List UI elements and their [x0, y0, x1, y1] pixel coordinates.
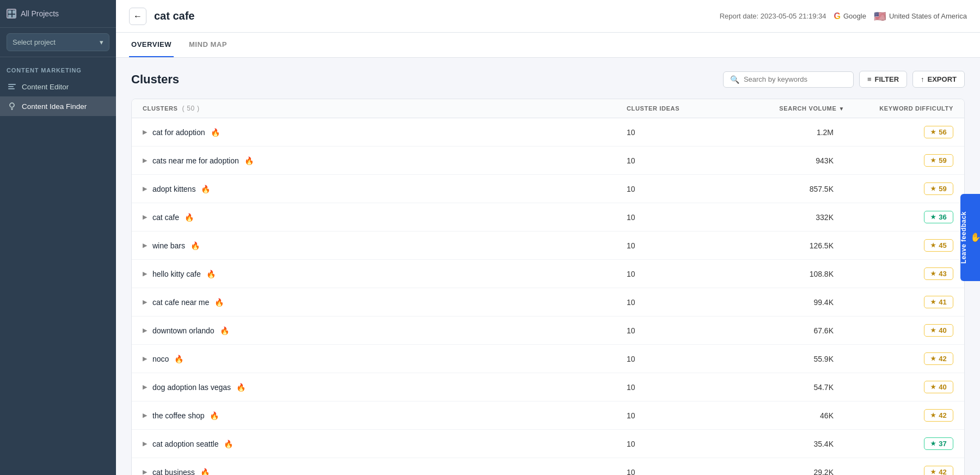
cluster-cell: ▶ noco 🔥 — [143, 355, 627, 363]
ideas-cell: 10 — [627, 241, 725, 250]
region-badge: 🇺🇸 United States of America — [874, 10, 967, 22]
star-icon: ★ — [930, 270, 936, 277]
clusters-actions: 🔍 ≡ FILTER ↑ EXPORT — [723, 71, 965, 88]
idea-finder-icon — [8, 102, 16, 111]
difficulty-cell: ★ 40 — [844, 324, 953, 337]
difficulty-cell: ★ 42 — [844, 409, 953, 422]
cluster-cell: ▶ dog adoption las vegas 🔥 — [143, 383, 627, 392]
chevron-right-icon: ▶ — [143, 327, 147, 334]
region-label: United States of America — [889, 12, 967, 20]
difficulty-cell: ★ 45 — [844, 239, 953, 252]
table-row[interactable]: ▶ cat cafe near me 🔥 10 99.4K ★ 41 — [132, 288, 964, 316]
ideas-cell: 10 — [627, 213, 725, 222]
project-select-wrapper: Select project ▾ — [0, 28, 116, 57]
table-row[interactable]: ▶ cat adoption seattle 🔥 10 35.4K ★ 37 — [132, 430, 964, 458]
feedback-tab[interactable]: ✋ Leave feedback — [960, 194, 980, 281]
project-select-dropdown[interactable]: Select project ▾ — [7, 33, 109, 51]
table-row[interactable]: ▶ adopt kittens 🔥 10 857.5K ★ 59 — [132, 175, 964, 203]
star-icon: ★ — [930, 214, 936, 221]
svg-rect-1 — [13, 10, 16, 14]
clusters-header: Clusters 🔍 ≡ FILTER ↑ EXPORT — [131, 71, 965, 88]
export-button[interactable]: ↑ EXPORT — [912, 71, 965, 88]
us-flag-icon: 🇺🇸 — [874, 10, 886, 22]
sidebar-item-content-editor[interactable]: Content Editor — [0, 77, 116, 96]
table-row[interactable]: ▶ cats near me for adoption 🔥 10 943K ★ … — [132, 147, 964, 175]
table-row[interactable]: ▶ noco 🔥 10 55.9K ★ 42 — [132, 345, 964, 373]
chevron-right-icon: ▶ — [143, 185, 147, 192]
ideas-cell: 10 — [627, 383, 725, 392]
table-row[interactable]: ▶ dog adoption las vegas 🔥 10 54.7K ★ 40 — [132, 373, 964, 401]
tabs-bar: OVERVIEW MIND MAP — [116, 33, 980, 58]
difficulty-cell: ★ 37 — [844, 437, 953, 450]
difficulty-cell: ★ 43 — [844, 267, 953, 280]
col-difficulty: KEYWORD DIFFICULTY — [844, 105, 953, 112]
difficulty-badge: ★ 40 — [924, 324, 953, 337]
sidebar-section-label: CONTENT MARKETING — [0, 57, 116, 77]
star-icon: ★ — [930, 185, 936, 192]
difficulty-cell: ★ 41 — [844, 296, 953, 308]
tab-mind-map[interactable]: MIND MAP — [187, 33, 229, 57]
table-row[interactable]: ▶ the coffee shop 🔥 10 46K ★ 42 — [132, 401, 964, 430]
header-left: ← cat cafe — [129, 8, 195, 25]
difficulty-badge: ★ 42 — [924, 352, 953, 365]
cluster-cell: ▶ cat adoption seattle 🔥 — [143, 440, 627, 448]
trending-fire-icon: 🔥 — [244, 156, 254, 165]
tab-overview[interactable]: OVERVIEW — [129, 33, 174, 57]
all-projects-label: All Projects — [21, 9, 59, 18]
svg-rect-2 — [8, 15, 11, 18]
all-projects-nav[interactable]: All Projects — [0, 0, 116, 28]
trending-fire-icon: 🔥 — [215, 298, 224, 307]
volume-cell: 54.7K — [725, 383, 844, 392]
table-row[interactable]: ▶ cat cafe 🔥 10 332K ★ 36 — [132, 203, 964, 232]
difficulty-cell: ★ 59 — [844, 154, 953, 167]
difficulty-cell: ★ 42 — [844, 466, 953, 475]
volume-cell: 332K — [725, 213, 844, 222]
search-input[interactable] — [744, 75, 847, 83]
chevron-right-icon: ▶ — [143, 468, 147, 475]
col-volume[interactable]: SEARCH VOLUME ▼ — [725, 105, 844, 112]
svg-rect-8 — [11, 108, 13, 109]
back-button[interactable]: ← — [129, 8, 146, 25]
star-icon: ★ — [930, 440, 936, 447]
svg-rect-5 — [8, 86, 14, 87]
trending-fire-icon: 🔥 — [206, 270, 216, 278]
cluster-cell: ▶ cat for adoption 🔥 — [143, 128, 627, 137]
header-right: Report date: 2023-05-05 21:19:34 G Googl… — [720, 10, 967, 22]
volume-cell: 67.6K — [725, 326, 844, 335]
table-row[interactable]: ▶ cat for adoption 🔥 10 1.2M ★ 56 — [132, 118, 964, 147]
content-area: Clusters 🔍 ≡ FILTER ↑ EXPORT CLUS — [116, 58, 980, 475]
chevron-right-icon: ▶ — [143, 270, 147, 277]
table-header: CLUSTERS (50) CLUSTER IDEAS SEARCH VOLUM… — [132, 99, 964, 118]
search-box[interactable]: 🔍 — [723, 71, 854, 88]
filter-button[interactable]: ≡ FILTER — [859, 71, 907, 88]
volume-cell: 99.4K — [725, 298, 844, 307]
table-row[interactable]: ▶ wine bars 🔥 10 126.5K ★ 45 — [132, 232, 964, 260]
cluster-cell: ▶ cat cafe near me 🔥 — [143, 298, 627, 307]
google-label: Google — [843, 12, 866, 20]
star-icon: ★ — [930, 129, 936, 136]
volume-cell: 35.4K — [725, 440, 844, 448]
difficulty-cell: ★ 40 — [844, 381, 953, 393]
table-row[interactable]: ▶ downtown orlando 🔥 10 67.6K ★ 40 — [132, 316, 964, 345]
content-editor-icon — [8, 82, 16, 91]
difficulty-badge: ★ 42 — [924, 409, 953, 422]
sidebar-item-label: Content Idea Finder — [22, 102, 87, 111]
volume-cell: 1.2M — [725, 128, 844, 137]
sidebar-item-content-idea-finder[interactable]: Content Idea Finder — [0, 96, 116, 116]
trending-fire-icon: 🔥 — [220, 326, 229, 335]
feedback-hand-icon: ✋ — [971, 232, 981, 243]
star-icon: ★ — [930, 383, 936, 391]
trending-fire-icon: 🔥 — [201, 185, 210, 193]
cluster-cell: ▶ the coffee shop 🔥 — [143, 411, 627, 420]
search-icon: 🔍 — [730, 75, 739, 84]
svg-rect-4 — [8, 84, 16, 85]
cluster-cell: ▶ wine bars 🔥 — [143, 241, 627, 250]
table-row[interactable]: ▶ cat business 🔥 10 29.2K ★ 42 — [132, 458, 964, 475]
home-icon — [7, 9, 16, 19]
cluster-cell: ▶ cat business 🔥 — [143, 468, 627, 476]
cluster-cell: ▶ cats near me for adoption 🔥 — [143, 156, 627, 165]
table-row[interactable]: ▶ hello kitty cafe 🔥 10 108.8K ★ 43 — [132, 260, 964, 288]
table-body: ▶ cat for adoption 🔥 10 1.2M ★ 56 ▶ cats… — [132, 118, 964, 475]
chevron-right-icon: ▶ — [143, 157, 147, 164]
cluster-cell: ▶ hello kitty cafe 🔥 — [143, 270, 627, 278]
